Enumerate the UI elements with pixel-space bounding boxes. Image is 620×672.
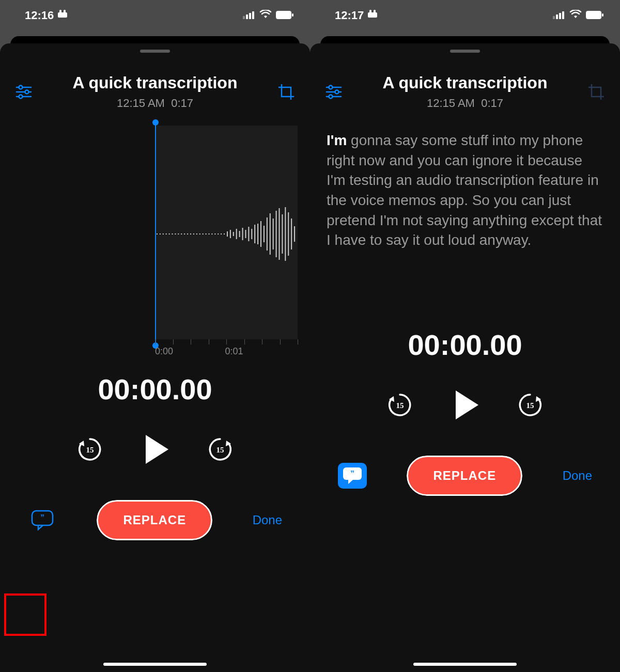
svg-text:15: 15 (216, 446, 224, 454)
settings-icon[interactable] (322, 81, 345, 103)
ruler-ticks (155, 339, 298, 345)
svg-point-77 (335, 90, 339, 93)
svg-rect-4 (246, 14, 248, 19)
svg-rect-70 (559, 13, 561, 19)
home-indicator[interactable] (413, 663, 517, 666)
sleep-icon (58, 9, 70, 22)
replace-button[interactable]: REPLACE (97, 500, 212, 540)
play-button[interactable] (142, 435, 168, 464)
cellular-icon (243, 9, 255, 22)
done-button[interactable]: Done (563, 468, 592, 483)
recording-meta: 12:15 AM 0:17 (35, 97, 275, 110)
svg-rect-7 (276, 11, 291, 19)
svg-point-14 (19, 95, 23, 98)
transcription-toggle-button[interactable]: ” (338, 463, 367, 489)
cellular-icon (553, 9, 565, 22)
svg-rect-67 (374, 10, 376, 13)
svg-rect-66 (369, 10, 371, 13)
svg-rect-6 (252, 11, 254, 19)
waveform (155, 203, 298, 265)
skip-forward-15-button[interactable]: 15 (207, 436, 234, 463)
recording-title[interactable]: A quick transcription (345, 73, 585, 92)
crop-icon (585, 81, 608, 103)
wifi-icon (569, 9, 582, 22)
svg-rect-71 (562, 11, 564, 19)
time-ticks: 0:00 0:01 . (155, 346, 298, 357)
sleep-icon (368, 9, 380, 22)
crop-icon[interactable] (275, 81, 298, 103)
edit-sheet: A quick transcription 12:15 AM 0:17 I'm … (310, 43, 620, 672)
svg-rect-2 (64, 10, 66, 13)
home-indicator[interactable] (103, 663, 207, 666)
playback-time: 00:00.00 (322, 328, 608, 362)
svg-rect-3 (243, 16, 245, 19)
svg-rect-68 (553, 16, 555, 19)
transcription-toggle-button[interactable]: ” (28, 507, 57, 533)
edit-sheet: A quick transcription 12:15 AM 0:17 (0, 43, 310, 672)
svg-rect-73 (602, 13, 603, 17)
phone-left: 12:16 (0, 0, 310, 672)
skip-forward-15-button[interactable]: 15 (517, 392, 544, 418)
wifi-icon (259, 9, 272, 22)
play-button[interactable] (452, 390, 478, 419)
waveform-view[interactable]: 0:00 0:01 . (12, 126, 298, 342)
svg-text:”: ” (350, 470, 354, 478)
svg-rect-8 (292, 13, 293, 17)
playback-time: 00:00.00 (12, 372, 298, 406)
transcript-text[interactable]: I'm gonna say some stuff into my phone r… (322, 126, 608, 251)
recording-meta: 12:15 AM 0:17 (345, 97, 585, 110)
svg-text:15: 15 (396, 401, 404, 410)
svg-point-75 (329, 85, 333, 89)
battery-icon (276, 9, 293, 22)
skip-back-15-button[interactable]: 15 (76, 436, 103, 463)
status-bar: 12:17 (310, 0, 620, 31)
svg-rect-5 (249, 13, 251, 19)
recording-title[interactable]: A quick transcription (35, 73, 275, 92)
status-time: 12:17 (335, 9, 364, 22)
svg-point-10 (19, 85, 23, 89)
playhead[interactable] (155, 122, 156, 346)
svg-point-79 (329, 95, 333, 98)
replace-button[interactable]: REPLACE (407, 456, 522, 496)
phone-right: 12:17 (310, 0, 620, 672)
done-button[interactable]: Done (253, 513, 282, 527)
svg-point-12 (25, 90, 29, 93)
svg-rect-72 (586, 11, 601, 19)
skip-back-15-button[interactable]: 15 (386, 392, 413, 418)
status-time: 12:16 (25, 9, 54, 22)
settings-icon[interactable] (12, 81, 35, 103)
svg-rect-1 (59, 10, 61, 13)
svg-rect-69 (556, 14, 558, 19)
battery-icon (586, 9, 603, 22)
svg-text:”: ” (40, 513, 44, 522)
status-bar: 12:16 (0, 0, 310, 31)
svg-rect-0 (58, 12, 67, 18)
svg-rect-65 (368, 12, 377, 18)
svg-text:15: 15 (86, 446, 94, 454)
svg-text:15: 15 (526, 401, 534, 410)
